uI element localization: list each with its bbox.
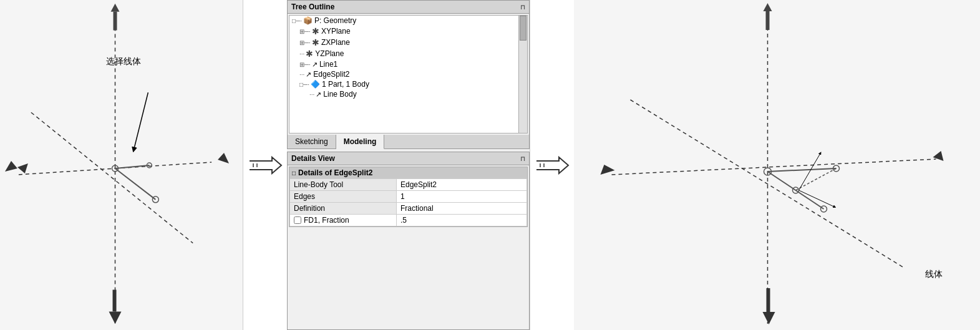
details-label-linebody-tool: Line-Body Tool <box>290 179 397 191</box>
tree-item-edgesplit2[interactable]: ··· ↗ EdgeSplit2 <box>289 69 527 79</box>
details-row-edges: Edges 1 <box>290 191 527 203</box>
tree-item-label: Line Body <box>323 90 356 99</box>
left-3d-panel: 选择线体 <box>0 0 243 330</box>
svg-line-15 <box>133 92 148 150</box>
tree-item-label: XYPlane <box>321 27 351 36</box>
details-row-linebody-tool: Line-Body Tool EdgeSplit2 <box>290 179 527 191</box>
tree-item-label: Line1 <box>319 60 337 69</box>
fd1-checkbox[interactable] <box>294 216 301 224</box>
tree-item-yzplane[interactable]: ··· ✱ YZPlane <box>289 48 527 59</box>
right-3d-panel: 线体 <box>574 0 980 330</box>
tab-sketching[interactable]: Sketching <box>288 135 336 148</box>
svg-line-2 <box>31 112 193 243</box>
details-value-edges[interactable]: 1 <box>397 191 527 203</box>
svg-marker-5 <box>111 4 120 12</box>
svg-line-24 <box>768 168 837 172</box>
svg-rect-6 <box>114 12 117 31</box>
details-label-fd1-fraction: FD1, Fraction <box>290 215 397 226</box>
details-label-edges: Edges <box>290 191 397 203</box>
right-label-chinese: 线体 <box>925 269 943 280</box>
tree-item-xyplane[interactable]: ⊞─· ✱ XYPlane <box>289 26 527 37</box>
svg-marker-32 <box>601 165 615 175</box>
tree-content: □─· 📦 P: Geometry ⊞─· ✱ XYPlane ⊞─· ✱ ZX… <box>289 15 528 133</box>
tree-scrollbar-thumb[interactable] <box>520 16 526 41</box>
details-row-fd1-fraction: FD1, Fraction .5 <box>290 215 527 226</box>
fd1-label-text: FD1, Fraction <box>304 216 349 225</box>
tree-item-label: YZPlane <box>315 49 344 58</box>
tree-scrollbar[interactable] <box>518 16 527 133</box>
details-section-header: □ Details of EdgeSplit2 <box>289 167 527 178</box>
tree-outline-panel: Tree Outline ⊓ □─· 📦 P: Geometry ⊞─· ✱ X… <box>287 0 530 135</box>
details-label-definition: Definition <box>290 203 397 215</box>
svg-line-21 <box>612 159 936 175</box>
middle-panel: Tree Outline ⊓ □─· 📦 P: Geometry ⊞─· ✱ X… <box>287 0 530 330</box>
svg-rect-31 <box>767 288 770 312</box>
svg-line-26 <box>799 153 821 190</box>
tree-item-1part1body[interactable]: □─· 🔷 1 Part, 1 Body <box>289 79 527 89</box>
svg-marker-11 <box>218 153 229 163</box>
svg-rect-29 <box>766 11 770 30</box>
left-geometry-svg <box>0 0 243 330</box>
arrow1-icon <box>248 156 283 175</box>
svg-marker-10 <box>17 163 28 173</box>
svg-line-3 <box>115 168 156 200</box>
svg-line-25 <box>796 168 837 190</box>
tree-outline-title: Tree Outline <box>291 2 334 11</box>
svg-marker-28 <box>764 3 772 11</box>
svg-marker-30 <box>763 312 775 324</box>
arrow1-container <box>243 0 287 330</box>
details-row-definition: Definition Fractional <box>290 203 527 215</box>
svg-marker-7 <box>109 311 122 324</box>
details-value-linebody-tool[interactable]: EdgeSplit2 <box>397 179 527 191</box>
tab-modeling[interactable]: Modeling <box>336 135 385 149</box>
tree-item-label: ZXPlane <box>321 38 350 47</box>
tree-outline-pin[interactable]: ⊓ <box>520 4 525 11</box>
collapse-icon[interactable]: □ <box>292 170 296 177</box>
arrow2-icon <box>535 156 570 175</box>
tree-outline-titlebar: Tree Outline ⊓ <box>288 1 529 14</box>
tree-item-zxplane[interactable]: ⊞─· ✱ ZXPlane <box>289 37 527 48</box>
details-section-title: Details of EdgeSplit2 <box>298 168 372 177</box>
details-view-titlebar: Details View ⊓ <box>288 152 529 165</box>
left-label-chinese: 选择线体 <box>106 56 141 67</box>
svg-rect-8 <box>113 289 117 311</box>
details-view-pin[interactable]: ⊓ <box>520 155 525 162</box>
details-view-panel: Details View ⊓ □ Details of EdgeSplit2 L… <box>287 152 530 330</box>
details-view-title: Details View <box>291 154 335 163</box>
svg-marker-9 <box>5 161 17 172</box>
tree-item-label: 1 Part, 1 Body <box>322 80 369 89</box>
details-content: □ Details of EdgeSplit2 Line-Body Tool E… <box>289 167 528 227</box>
details-value-definition[interactable]: Fractional <box>397 203 527 215</box>
arrow2-container <box>530 0 574 330</box>
tree-item-label: EdgeSplit2 <box>313 70 349 79</box>
main-layout: 选择线体 Tree Outline ⊓ □─· <box>0 0 980 330</box>
tabs-bar: Sketching Modeling <box>287 135 530 149</box>
details-value-fd1-fraction[interactable]: .5 <box>397 215 527 226</box>
details-table: Line-Body Tool EdgeSplit2 Edges 1 Defini… <box>289 178 527 226</box>
tree-item-label: P: Geometry <box>314 16 356 25</box>
tree-item-line1[interactable]: ⊞─· ↗ Line1 <box>289 59 527 69</box>
tree-item-geometry[interactable]: □─· 📦 P: Geometry <box>289 16 527 26</box>
tree-item-linebody[interactable]: ··· ↗ Line Body <box>289 89 527 99</box>
right-geometry-svg <box>574 0 980 330</box>
